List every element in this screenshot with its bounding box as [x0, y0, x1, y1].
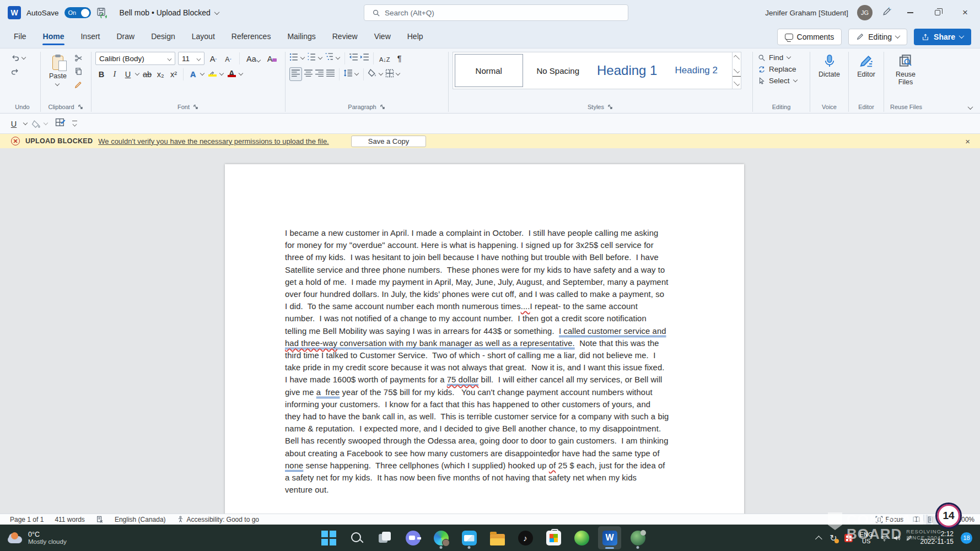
- style-heading-2[interactable]: Heading 2: [663, 54, 731, 87]
- tab-file[interactable]: File: [7, 28, 34, 46]
- font-dialog-launcher[interactable]: [193, 104, 199, 110]
- align-right-button[interactable]: [315, 69, 324, 79]
- avatar[interactable]: JG: [857, 5, 873, 20]
- document-line[interactable]: had three-way conversation with my bank …: [285, 337, 699, 349]
- document-line[interactable]: over four hundred dollars. In July, the …: [285, 288, 699, 300]
- line-spacing-options[interactable]: [354, 71, 359, 75]
- show-formatting-button[interactable]: ¶: [394, 52, 406, 64]
- taskbar-icon-tiktok[interactable]: ♪: [514, 526, 537, 549]
- taskbar-icon-search[interactable]: [345, 526, 368, 549]
- grow-font-button[interactable]: Aˆ: [207, 52, 219, 65]
- redo-button[interactable]: [8, 64, 36, 77]
- document-line[interactable]: get a hold of me. I made my payment in A…: [285, 276, 699, 288]
- document-line[interactable]: venture out.: [285, 484, 699, 496]
- document-line[interactable]: I did. To the same account number each m…: [285, 300, 699, 312]
- save-icon[interactable]: [96, 7, 107, 18]
- line-spacing-button[interactable]: [343, 69, 353, 79]
- document-line[interactable]: third time I talked to Customer Service.…: [285, 349, 699, 361]
- strikethrough-button[interactable]: ab: [141, 68, 153, 80]
- styles-dialog-launcher[interactable]: [607, 104, 613, 110]
- qat-overflow-button[interactable]: [69, 121, 80, 126]
- taskbar-icon-settings-green[interactable]: [626, 526, 649, 549]
- save-a-copy-button[interactable]: Save a Copy: [351, 136, 426, 147]
- qat-shading-options[interactable]: [44, 120, 48, 125]
- document-line[interactable]: they had to have the bank call in, as we…: [285, 410, 699, 423]
- search-input[interactable]: Search (Alt+Q): [364, 4, 628, 21]
- reuse-files-button[interactable]: Reuse Files: [888, 52, 923, 88]
- language-switcher[interactable]: ENGUS: [860, 531, 873, 544]
- tab-layout[interactable]: Layout: [185, 28, 222, 46]
- language-indicator[interactable]: English (Canada): [109, 514, 171, 525]
- tab-mailings[interactable]: Mailings: [280, 28, 322, 46]
- document-line[interactable]: Bell has recently swooped through the Od…: [285, 435, 699, 447]
- borders-options[interactable]: [396, 71, 400, 75]
- tab-review[interactable]: Review: [325, 28, 365, 46]
- shading-button[interactable]: [368, 69, 377, 79]
- tab-help[interactable]: Help: [400, 28, 430, 46]
- font-color-options[interactable]: [239, 71, 243, 75]
- document-line[interactable]: none sense happening. Three cellphones (…: [285, 460, 699, 472]
- clear-formatting-button[interactable]: A: [266, 52, 279, 65]
- taskbar-icon-start[interactable]: [317, 526, 340, 549]
- find-button[interactable]: Find: [757, 52, 806, 63]
- focus-mode-button[interactable]: Focus: [870, 516, 909, 523]
- document-line[interactable]: I have made 1600$ worth of payments for …: [285, 374, 699, 386]
- underline-options[interactable]: [135, 71, 139, 75]
- borders-button[interactable]: [385, 69, 394, 80]
- superscript-button[interactable]: x²: [168, 68, 180, 80]
- document-line[interactable]: telling me Bell Mobility was saying I wa…: [285, 325, 699, 337]
- ink-pen-icon[interactable]: [881, 7, 892, 19]
- document-line[interactable]: informing your customers. I know for a f…: [285, 398, 699, 410]
- taskbar-icon-task-view[interactable]: [373, 526, 396, 549]
- tray-overflow-chevron[interactable]: [815, 536, 822, 543]
- editor-button[interactable]: Editor: [853, 52, 880, 80]
- taskbar-icon-word[interactable]: W: [598, 526, 621, 549]
- pen-tray-icon[interactable]: [906, 534, 913, 542]
- read-mode-button[interactable]: [909, 515, 923, 525]
- multilevel-list-button[interactable]: [325, 52, 334, 64]
- document-line[interactable]: name & reputation. I expected more, and …: [285, 423, 699, 435]
- styles-expand[interactable]: [733, 76, 741, 89]
- paste-button[interactable]: Paste: [45, 53, 71, 89]
- sync-tray-icon[interactable]: ↻: [830, 533, 837, 543]
- style-no-spacing[interactable]: No Spacing: [524, 54, 593, 87]
- numbered-list-options[interactable]: [318, 55, 322, 60]
- justify-button[interactable]: [326, 69, 335, 79]
- format-painter-button[interactable]: [74, 80, 83, 91]
- italic-button[interactable]: I: [109, 68, 121, 80]
- qat-draw-table-button[interactable]: [55, 117, 66, 130]
- tab-view[interactable]: View: [367, 28, 398, 46]
- replace-button[interactable]: Replace: [757, 63, 806, 75]
- bullet-list-options[interactable]: [300, 55, 305, 60]
- tab-design[interactable]: Design: [144, 28, 182, 46]
- taskbar-icon-chat[interactable]: [401, 526, 424, 549]
- select-button[interactable]: Select: [757, 75, 806, 87]
- autosave-toggle[interactable]: On: [64, 7, 91, 18]
- close-button[interactable]: ×: [956, 4, 974, 21]
- numbered-list-button[interactable]: [307, 52, 316, 64]
- notice-message-link[interactable]: We couldn't verify you have the necessar…: [98, 137, 329, 145]
- tab-references[interactable]: References: [224, 28, 278, 46]
- taskbar-icon-store[interactable]: [542, 526, 565, 549]
- font-size-combo[interactable]: 11: [178, 52, 204, 65]
- word-count[interactable]: 411 words: [49, 514, 90, 525]
- proofing-errors-icon[interactable]: [90, 514, 109, 525]
- bold-button[interactable]: B: [95, 68, 107, 80]
- bullet-list-button[interactable]: [289, 52, 299, 64]
- font-color-button[interactable]: A: [225, 68, 238, 80]
- page-indicator[interactable]: Page 1 of 1: [4, 514, 49, 525]
- align-left-button[interactable]: [289, 67, 302, 81]
- notification-count-badge[interactable]: 18: [961, 532, 972, 544]
- document-line[interactable]: I became a new customer in April. I made…: [285, 227, 699, 239]
- document-line[interactable]: give me a free year of the 75$ bill for …: [285, 386, 699, 398]
- security-tray-icon[interactable]: [844, 534, 853, 542]
- styles-scroll-up[interactable]: [733, 52, 741, 64]
- multilevel-list-options[interactable]: [336, 55, 340, 60]
- sort-button[interactable]: A↓Z: [378, 52, 392, 64]
- document-title[interactable]: Bell mob • Upload Blocked: [120, 8, 219, 17]
- tab-draw[interactable]: Draw: [109, 28, 142, 46]
- document-line[interactable]: about creating a Facebook to see how man…: [285, 447, 699, 460]
- cut-button[interactable]: [74, 54, 83, 64]
- highlight-options[interactable]: [219, 71, 224, 75]
- shading-options[interactable]: [379, 71, 383, 75]
